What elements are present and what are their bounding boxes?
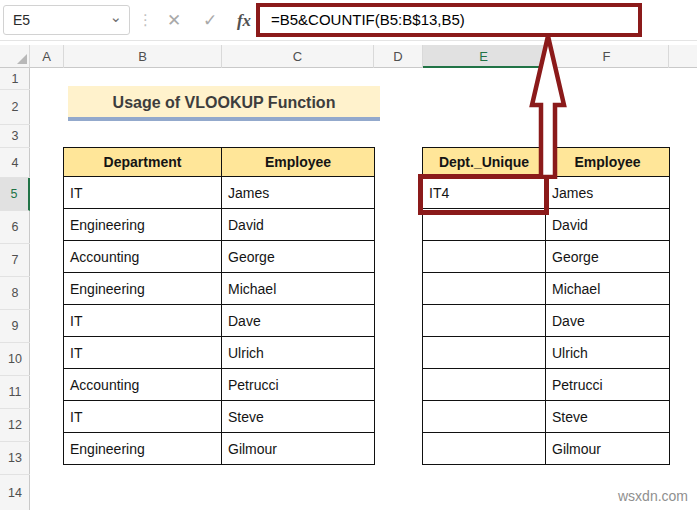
- row-header-5[interactable]: 5: [0, 178, 30, 211]
- name-box-dropdown-icon[interactable]: ⌄: [109, 3, 122, 31]
- row-header-4[interactable]: 4: [0, 148, 30, 178]
- cell[interactable]: [423, 433, 546, 465]
- cell[interactable]: IT: [64, 337, 222, 369]
- column-header-B[interactable]: B: [64, 45, 222, 68]
- cell[interactable]: Dave: [222, 305, 375, 337]
- cell[interactable]: David: [222, 209, 375, 241]
- source-header-department[interactable]: Department: [64, 148, 222, 177]
- cell[interactable]: Accounting: [64, 241, 222, 273]
- cell[interactable]: [423, 401, 546, 433]
- cell[interactable]: George: [222, 241, 375, 273]
- cell[interactable]: Dave: [546, 305, 670, 337]
- cell[interactable]: Steve: [546, 401, 670, 433]
- table-row: ITSteve: [64, 401, 375, 433]
- cell[interactable]: [423, 241, 546, 273]
- table-row: Petrucci: [423, 369, 670, 401]
- insert-function-icon[interactable]: fx: [230, 0, 258, 41]
- cell[interactable]: James: [222, 177, 375, 209]
- row-header-9[interactable]: 9: [0, 310, 30, 343]
- cell[interactable]: James: [546, 177, 670, 209]
- name-box[interactable]: E5 ⌄: [3, 5, 130, 35]
- more-options-icon[interactable]: ⋮: [138, 11, 153, 29]
- cell[interactable]: Michael: [222, 273, 375, 305]
- cell[interactable]: Accounting: [64, 369, 222, 401]
- table-row: Gilmour: [423, 433, 670, 465]
- formula-text: =B5&COUNTIF(B5:B$13,B5): [271, 11, 465, 28]
- cell[interactable]: Ulrich: [546, 337, 670, 369]
- row-header-12[interactable]: 12: [0, 409, 30, 442]
- cell[interactable]: Michael: [546, 273, 670, 305]
- cell[interactable]: Gilmour: [546, 433, 670, 465]
- cell[interactable]: Engineering: [64, 273, 222, 305]
- cell[interactable]: IT: [64, 177, 222, 209]
- cell[interactable]: [423, 337, 546, 369]
- table-row: ITUlrich: [64, 337, 375, 369]
- cell[interactable]: IT: [64, 401, 222, 433]
- table-row: ITDave: [64, 305, 375, 337]
- cancel-icon[interactable]: ✕: [160, 0, 188, 41]
- table-row: Steve: [423, 401, 670, 433]
- row-header-2[interactable]: 2: [0, 90, 30, 125]
- cell[interactable]: Ulrich: [222, 337, 375, 369]
- cell[interactable]: Engineering: [64, 433, 222, 465]
- table-row: EngineeringDavid: [64, 209, 375, 241]
- source-header-employee[interactable]: Employee: [222, 148, 375, 177]
- annotation-up-arrow: [529, 33, 567, 179]
- column-header-C[interactable]: C: [222, 45, 374, 68]
- table-row: ITJames: [64, 177, 375, 209]
- table-row: AccountingGeorge: [64, 241, 375, 273]
- cell[interactable]: Engineering: [64, 209, 222, 241]
- table-row: EngineeringMichael: [64, 273, 375, 305]
- table-row: George: [423, 241, 670, 273]
- cell[interactable]: Petrucci: [546, 369, 670, 401]
- name-box-value: E5: [13, 12, 30, 28]
- column-header-partial[interactable]: [669, 45, 697, 68]
- cell[interactable]: Petrucci: [222, 369, 375, 401]
- cell[interactable]: [423, 305, 546, 337]
- table-row: AccountingPetrucci: [64, 369, 375, 401]
- cell[interactable]: [423, 369, 546, 401]
- row-header-11[interactable]: 11: [0, 376, 30, 409]
- active-cell-highlight-box: [418, 174, 549, 215]
- formula-input-highlighted[interactable]: =B5&COUNTIF(B5:B$13,B5): [256, 3, 642, 37]
- column-header-E[interactable]: E: [423, 45, 545, 68]
- cell[interactable]: IT: [64, 305, 222, 337]
- watermark: wsxdn.com: [618, 488, 688, 504]
- column-header-D[interactable]: D: [374, 45, 423, 68]
- cell[interactable]: David: [546, 209, 670, 241]
- cell[interactable]: Steve: [222, 401, 375, 433]
- table-row: Dave: [423, 305, 670, 337]
- column-header-A[interactable]: A: [30, 45, 64, 68]
- select-all-triangle-icon: [17, 54, 27, 64]
- cell[interactable]: Gilmour: [222, 433, 375, 465]
- table-row: EngineeringGilmour: [64, 433, 375, 465]
- select-all-corner[interactable]: [0, 45, 30, 68]
- row-header-7[interactable]: 7: [0, 244, 30, 277]
- excel-window: E5 ⌄ ⋮ ✕ ✓ fx =B5&COUNTIF(B5:B$13,B5) A …: [0, 0, 697, 510]
- cell[interactable]: George: [546, 241, 670, 273]
- row-header-10[interactable]: 10: [0, 343, 30, 376]
- cell[interactable]: [423, 273, 546, 305]
- sheet-title-cell[interactable]: Usage of VLOOKUP Function: [68, 86, 380, 121]
- row-header-13[interactable]: 13: [0, 442, 30, 475]
- row-header-8[interactable]: 8: [0, 277, 30, 310]
- table-row: Ulrich: [423, 337, 670, 369]
- row-header-1[interactable]: 1: [0, 68, 30, 90]
- row-header-14[interactable]: 14: [0, 475, 30, 510]
- table-row: Michael: [423, 273, 670, 305]
- row-header-6[interactable]: 6: [0, 211, 30, 244]
- source-table: Department Employee ITJames EngineeringD…: [63, 147, 375, 465]
- formula-bar: E5 ⌄ ⋮ ✕ ✓ fx =B5&COUNTIF(B5:B$13,B5): [0, 0, 697, 41]
- row-header-3[interactable]: 3: [0, 125, 30, 148]
- enter-icon[interactable]: ✓: [196, 0, 224, 41]
- result-header-dept-unique[interactable]: Dept._Unique: [423, 148, 546, 177]
